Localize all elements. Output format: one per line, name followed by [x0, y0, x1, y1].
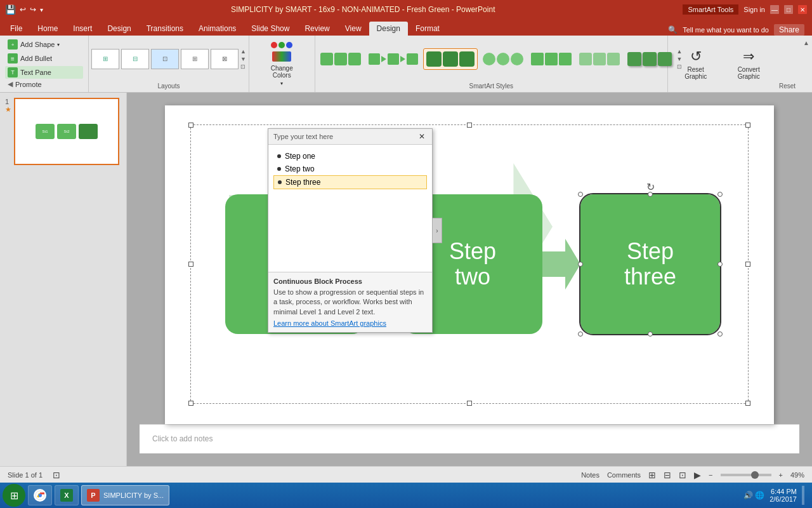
slide-thumbnail[interactable]: St1 St2: [14, 98, 119, 165]
tab-design[interactable]: Design: [100, 22, 138, 36]
handle-tm[interactable]: [467, 123, 472, 128]
taskbar-excel[interactable]: X: [55, 485, 79, 505]
slide[interactable]: Step one Step two: [165, 105, 774, 424]
text-pane-expand-button[interactable]: ›: [432, 218, 442, 243]
tab-file[interactable]: File: [3, 22, 30, 36]
taskbar-powerpoint[interactable]: P SIMPLICITY by S...: [81, 485, 169, 505]
change-colors-dropdown[interactable]: ▾: [280, 81, 283, 86]
redo-icon[interactable]: ↪: [30, 5, 36, 14]
inner-handle-bm[interactable]: [648, 331, 653, 337]
view-slide-sorter-icon[interactable]: ⊟: [664, 470, 671, 480]
text-pane-item-3[interactable]: Step three: [273, 175, 427, 189]
layout-thumb-1[interactable]: ⊞: [91, 49, 119, 69]
start-button[interactable]: ⊞: [3, 484, 25, 507]
style-thumb-5[interactable]: [528, 50, 574, 68]
ribbon-collapse-button[interactable]: ▲: [801, 36, 812, 50]
notes-button[interactable]: Notes: [581, 471, 599, 479]
handle-bl[interactable]: [188, 401, 193, 406]
tab-design-smartart[interactable]: Design: [369, 22, 408, 36]
promote-button[interactable]: ◀ Promote: [5, 79, 83, 90]
tab-format[interactable]: Format: [408, 22, 447, 36]
footer-desc: Use to show a progression or sequential …: [273, 288, 427, 317]
s2b2: [388, 53, 399, 65]
taskbar-chrome[interactable]: [28, 485, 52, 505]
layout-thumb-4[interactable]: ⊞: [181, 49, 209, 69]
view-reading-icon[interactable]: ⊡: [679, 470, 686, 480]
slide-number-label: 1 ★: [5, 98, 11, 114]
sign-in-button[interactable]: Sign in: [743, 6, 765, 13]
inner-handle-tr[interactable]: [717, 192, 723, 197]
add-shape-dropdown-icon[interactable]: ▾: [57, 42, 60, 48]
zoom-level[interactable]: 49%: [790, 471, 804, 479]
zoom-out-icon[interactable]: −: [709, 471, 712, 479]
undo-icon[interactable]: ↩: [20, 5, 26, 14]
taskbar: ⊞ X P SIMPLICITY by S... 🔊 🌐 6:44 PM 2/6…: [0, 483, 812, 508]
tab-insert[interactable]: Insert: [65, 22, 100, 36]
zoom-thumb[interactable]: [751, 471, 759, 479]
style-thumb-1[interactable]: [318, 50, 363, 68]
share-button[interactable]: Share: [774, 24, 804, 36]
close-button[interactable]: ✕: [798, 5, 807, 14]
tab-animations[interactable]: Animations: [191, 22, 244, 36]
add-bullet-button[interactable]: ≡ Add Bullet: [5, 52, 83, 65]
handle-br[interactable]: [745, 401, 750, 406]
mini-block-2: St2: [57, 124, 76, 139]
zoom-slider[interactable]: [721, 474, 771, 476]
text-pane-close-button[interactable]: ✕: [417, 131, 427, 142]
style-4-blocks: [483, 53, 523, 65]
minimize-button[interactable]: —: [770, 5, 779, 14]
style-thumb-2[interactable]: [366, 51, 421, 67]
tell-me-input[interactable]: Tell me what you want to do: [683, 26, 769, 34]
inner-handle-tl[interactable]: [578, 192, 583, 197]
handle-mr[interactable]: [745, 262, 750, 267]
convert-graphic-button[interactable]: ⇒ Convert Graphic: [723, 46, 774, 83]
text-pane-button[interactable]: T Text Pane: [5, 66, 83, 79]
add-shape-button[interactable]: + Add Shape ▾: [5, 38, 83, 51]
layout-expand[interactable]: ⊡: [240, 64, 246, 70]
tab-transitions[interactable]: Transitions: [139, 22, 191, 36]
tab-home[interactable]: Home: [30, 22, 65, 36]
s1b2: [334, 53, 347, 65]
handle-tl[interactable]: [188, 123, 193, 128]
layout-scroll-down[interactable]: ▼: [240, 56, 246, 62]
style-thumb-3[interactable]: [423, 48, 478, 70]
notes-area[interactable]: Click to add notes: [140, 424, 799, 454]
change-colors-group: Change Colors ▾: [249, 36, 315, 92]
tab-slideshow[interactable]: Slide Show: [244, 22, 297, 36]
handle-tr[interactable]: [745, 123, 750, 128]
show-desktop-button[interactable]: [802, 486, 804, 505]
arrow-2: [542, 239, 580, 290]
style-thumb-7[interactable]: [625, 50, 674, 69]
handle-ml[interactable]: [188, 262, 193, 267]
style-thumb-6[interactable]: [577, 50, 622, 68]
text-pane-item-1[interactable]: Step one: [273, 150, 427, 163]
text-pane-icon: T: [8, 67, 18, 77]
tab-view[interactable]: View: [337, 22, 369, 36]
zoom-in-icon[interactable]: +: [779, 471, 783, 479]
layout-thumb-3[interactable]: ⊡: [151, 49, 179, 69]
rotate-handle[interactable]: ↻: [646, 182, 655, 193]
maximize-button[interactable]: □: [784, 5, 793, 14]
inner-handle-mr[interactable]: [717, 262, 723, 267]
layout-thumb-2[interactable]: ⊟: [121, 49, 149, 69]
inner-handle-bl[interactable]: [578, 331, 583, 337]
view-normal-icon[interactable]: ⊞: [648, 470, 656, 480]
layout-scroll-up[interactable]: ▲: [240, 48, 246, 55]
comments-button[interactable]: Comments: [607, 471, 641, 479]
change-colors-button[interactable]: Change Colors ▾: [256, 38, 308, 90]
reset-graphic-button[interactable]: ↺ Reset Graphic: [673, 46, 718, 83]
tab-review[interactable]: Review: [297, 22, 337, 36]
customize-icon[interactable]: ▾: [40, 6, 43, 13]
footer-link[interactable]: Learn more about SmartArt graphics: [273, 319, 427, 327]
handle-bm[interactable]: [467, 401, 472, 406]
slideshow-icon[interactable]: ▶: [694, 470, 701, 480]
s2a2: [400, 56, 405, 62]
inner-handle-ml[interactable]: [578, 262, 583, 267]
inner-handle-br[interactable]: [717, 331, 723, 337]
step-three-block[interactable]: ↻ Step three: [580, 194, 720, 334]
fit-page-icon[interactable]: ⊡: [53, 470, 60, 480]
save-icon[interactable]: 💾: [5, 4, 16, 15]
text-pane-item-2[interactable]: Step two: [273, 163, 427, 175]
layout-thumb-5[interactable]: ⊠: [211, 49, 239, 69]
style-thumb-4[interactable]: [480, 50, 526, 68]
